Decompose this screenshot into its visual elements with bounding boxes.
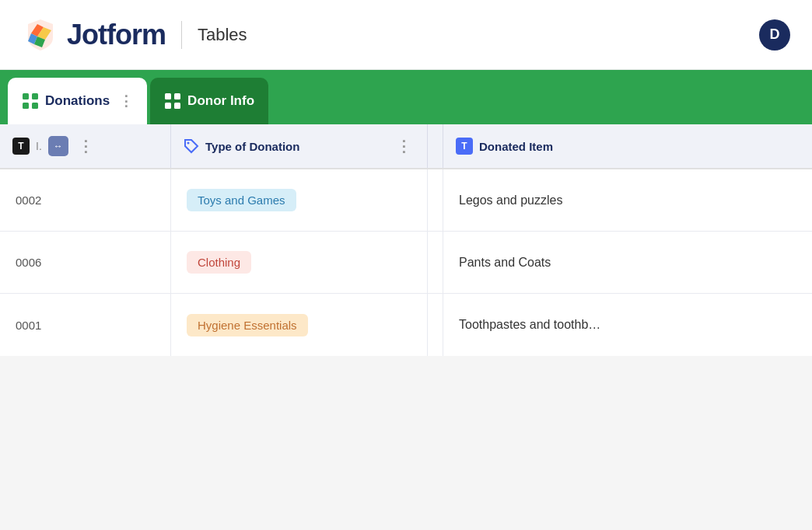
svg-rect-1 bbox=[32, 93, 38, 99]
svg-point-8 bbox=[187, 142, 190, 145]
table-header-row: T I. ↔ ⋮ Type of Donation ⋮ T Donated It… bbox=[0, 124, 812, 169]
row-id-value: 0002 bbox=[16, 194, 41, 207]
item-col-label: Donated Item bbox=[479, 140, 553, 153]
badge-clothing: Clothing bbox=[187, 251, 251, 274]
donations-grid-icon bbox=[22, 92, 39, 110]
cell-type-0006: Clothing bbox=[171, 232, 428, 293]
donated-item-value: Legos and puzzles bbox=[459, 194, 562, 207]
row-id-value: 0001 bbox=[16, 319, 41, 332]
svg-rect-6 bbox=[165, 103, 171, 109]
row-id-value: 0006 bbox=[16, 256, 41, 269]
svg-rect-4 bbox=[165, 93, 171, 99]
cell-id-0001: 0001 bbox=[0, 294, 171, 356]
type-col-menu[interactable]: ⋮ bbox=[393, 137, 415, 155]
cell-type-0001: Hygiene Essentials bbox=[171, 294, 428, 356]
cell-sep-0002 bbox=[428, 169, 443, 231]
cell-type-0002: Toys and Games bbox=[171, 169, 428, 231]
logo: Jotform bbox=[22, 16, 166, 54]
logo-text: Jotform bbox=[67, 19, 166, 51]
item-T-icon: T bbox=[456, 138, 473, 155]
tab-donations-menu[interactable]: ⋮ bbox=[119, 92, 133, 110]
id-T-icon: T bbox=[12, 138, 30, 155]
type-col-label: Type of Donation bbox=[205, 140, 299, 153]
donated-item-value: Toothpastes and toothb… bbox=[459, 318, 600, 332]
tab-donations[interactable]: Donations ⋮ bbox=[8, 78, 147, 124]
cell-item-0001: Toothpastes and toothb… bbox=[443, 294, 812, 356]
donor-info-grid-icon bbox=[164, 92, 181, 110]
svg-rect-3 bbox=[32, 103, 38, 109]
main-table: T I. ↔ ⋮ Type of Donation ⋮ T Donated It… bbox=[0, 124, 812, 356]
svg-rect-0 bbox=[23, 93, 29, 99]
badge-toys: Toys and Games bbox=[187, 189, 296, 211]
table-row: 0002 Toys and Games Legos and puzzles bbox=[0, 169, 812, 232]
cell-id-0002: 0002 bbox=[0, 169, 171, 231]
tag-icon bbox=[184, 138, 199, 154]
header-divider bbox=[181, 21, 182, 49]
cell-item-0002: Legos and puzzles bbox=[443, 169, 812, 231]
user-initial: D bbox=[770, 26, 780, 43]
id-col-menu[interactable]: ⋮ bbox=[75, 137, 96, 155]
svg-rect-5 bbox=[174, 93, 180, 99]
tab-donor-info-label: Donor Info bbox=[187, 93, 254, 109]
jotform-logo-icon bbox=[22, 16, 59, 54]
col-sep bbox=[428, 124, 443, 168]
app-header: Jotform Tables D bbox=[0, 0, 812, 70]
table-row: 0001 Hygiene Essentials Toothpastes and … bbox=[0, 294, 812, 356]
id-col-label: I. bbox=[36, 140, 42, 152]
svg-rect-7 bbox=[174, 103, 180, 109]
svg-rect-2 bbox=[23, 103, 29, 109]
tab-donor-info[interactable]: Donor Info bbox=[150, 78, 268, 124]
cell-id-0006: 0006 bbox=[0, 232, 171, 293]
cell-item-0006: Pants and Coats bbox=[443, 232, 812, 293]
cell-sep-0006 bbox=[428, 232, 443, 293]
col-header-type: Type of Donation ⋮ bbox=[171, 124, 428, 168]
cell-sep-0001 bbox=[428, 294, 443, 356]
badge-hygiene: Hygiene Essentials bbox=[187, 314, 308, 336]
donated-item-value: Pants and Coats bbox=[459, 256, 551, 270]
tab-donations-label: Donations bbox=[45, 93, 110, 109]
product-label: Tables bbox=[198, 25, 247, 45]
table-row: 0006 Clothing Pants and Coats bbox=[0, 232, 812, 294]
tabs-bar: Donations ⋮ Donor Info bbox=[0, 70, 812, 124]
expand-icon[interactable]: ↔ bbox=[48, 136, 68, 156]
col-header-id: T I. ↔ ⋮ bbox=[0, 124, 171, 168]
col-header-item: T Donated Item bbox=[443, 124, 812, 168]
user-avatar[interactable]: D bbox=[759, 19, 790, 51]
